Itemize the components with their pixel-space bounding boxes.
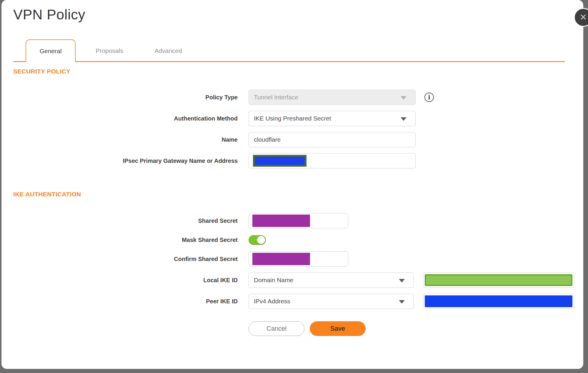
- chevron-down-icon: [401, 96, 407, 100]
- ipsec-gateway-row: IPsec Primary Gateway Name or Address: [1, 153, 583, 168]
- mask-shared-secret-row: Mask Shared Secret: [1, 233, 583, 247]
- local-ike-id-type-select[interactable]: Domain Name: [249, 272, 414, 288]
- authentication-method-value: IKE Using Preshared Secret: [254, 115, 331, 122]
- chevron-down-icon: [399, 279, 405, 282]
- name-value: cloudflare: [254, 136, 281, 143]
- local-ike-id-input[interactable]: [423, 272, 574, 288]
- peer-ike-id-type-select[interactable]: IPv4 Address: [249, 294, 414, 309]
- peer-ike-id-row: Peer IKE ID IPv4 Address: [1, 294, 583, 309]
- ipsec-gateway-redacted-value: [253, 155, 307, 167]
- confirm-shared-secret-label: Confirm Shared Secret: [1, 256, 238, 262]
- name-input[interactable]: cloudflare: [249, 132, 416, 147]
- cancel-button[interactable]: Cancel: [249, 321, 304, 336]
- save-button[interactable]: Save: [310, 321, 366, 336]
- authentication-method-label: Authentication Method: [1, 115, 238, 122]
- chevron-down-icon: [399, 300, 405, 304]
- shared-secret-input[interactable]: [249, 213, 348, 228]
- peer-ike-id-type-value: IPv4 Address: [254, 298, 290, 305]
- policy-type-row: Policy Type Tunnel Interface i: [1, 90, 583, 105]
- policy-type-value: Tunnel Interface: [254, 94, 298, 101]
- ipsec-gateway-label: IPsec Primary Gateway Name or Address: [1, 158, 238, 164]
- tab-proposals[interactable]: Proposals: [84, 39, 134, 62]
- peer-ike-id-label: Peer IKE ID: [1, 298, 238, 305]
- tab-bar: General Proposals Advanced: [1, 39, 583, 62]
- confirm-shared-secret-row: Confirm Shared Secret: [1, 251, 583, 267]
- tab-general[interactable]: General: [26, 39, 76, 62]
- toggle-knob: [257, 236, 265, 244]
- close-icon: ✕: [579, 13, 587, 22]
- local-ike-id-label: Local IKE ID: [1, 277, 238, 284]
- peer-ike-id-redacted-value: [425, 295, 572, 307]
- name-label: Name: [1, 136, 238, 143]
- dialog-title: VPN Policy: [13, 6, 85, 23]
- shared-secret-label: Shared Secret: [1, 218, 238, 224]
- section-ike-authentication: IKE AUTHENTICATION: [13, 191, 583, 198]
- local-ike-id-type-value: Domain Name: [254, 277, 293, 284]
- confirm-shared-secret-redacted-value: [252, 253, 310, 265]
- info-icon[interactable]: i: [424, 93, 434, 102]
- tab-advanced[interactable]: Advanced: [143, 39, 193, 62]
- authentication-method-row: Authentication Method IKE Using Preshare…: [1, 111, 583, 126]
- mask-shared-secret-label: Mask Shared Secret: [1, 237, 238, 243]
- shared-secret-row: Shared Secret: [1, 213, 583, 228]
- chevron-down-icon: [401, 117, 407, 121]
- authentication-method-select[interactable]: IKE Using Preshared Secret: [249, 111, 416, 126]
- shared-secret-redacted-value: [252, 215, 310, 227]
- policy-type-label: Policy Type: [1, 94, 238, 101]
- section-security-policy: SECURITY POLICY: [13, 68, 583, 75]
- info-icon-glyph: i: [428, 94, 430, 101]
- local-ike-id-row: Local IKE ID Domain Name: [1, 272, 583, 288]
- local-ike-id-redacted-value: [425, 274, 572, 286]
- ipsec-gateway-input[interactable]: [249, 153, 416, 168]
- dialog-actions: Cancel Save: [249, 321, 583, 336]
- policy-type-select: Tunnel Interface: [249, 90, 416, 105]
- name-row: Name cloudflare: [1, 132, 583, 147]
- mask-shared-secret-toggle[interactable]: [249, 235, 266, 245]
- general-tab-panel: SECURITY POLICY Policy Type Tunnel Inter…: [1, 63, 583, 336]
- peer-ike-id-input[interactable]: [423, 294, 574, 309]
- confirm-shared-secret-input[interactable]: [249, 251, 348, 267]
- vpn-policy-dialog: VPN Policy General Proposals Advanced SE…: [1, 0, 583, 369]
